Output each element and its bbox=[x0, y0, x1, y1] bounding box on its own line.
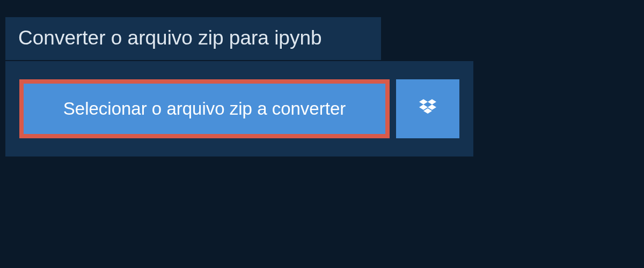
page-title: Converter o arquivo zip para ipynb bbox=[5, 17, 381, 60]
dropbox-icon bbox=[417, 98, 438, 120]
dropbox-button[interactable] bbox=[396, 79, 459, 138]
page-container: Converter o arquivo zip para ipynb Selec… bbox=[0, 0, 644, 268]
upload-panel: Selecionar o arquivo zip a converter bbox=[5, 61, 473, 157]
select-file-button[interactable]: Selecionar o arquivo zip a converter bbox=[19, 79, 390, 138]
select-file-label: Selecionar o arquivo zip a converter bbox=[63, 99, 346, 119]
